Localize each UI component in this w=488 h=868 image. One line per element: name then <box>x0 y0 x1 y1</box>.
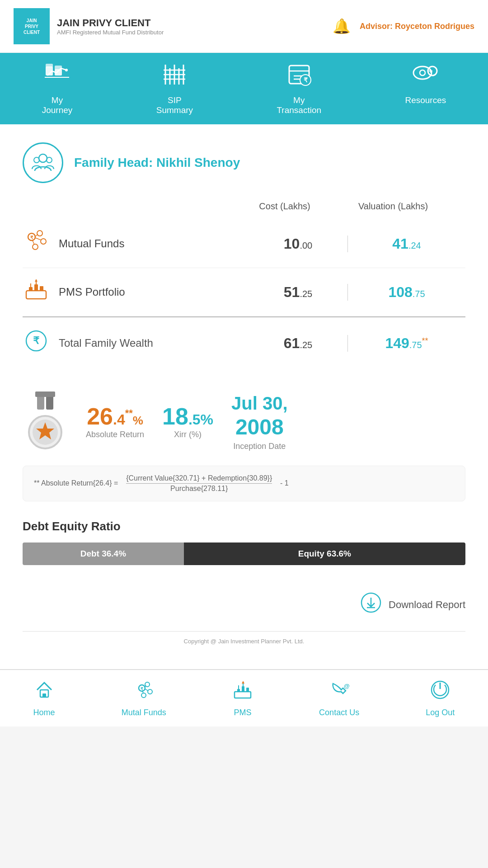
portfolio-header: Cost (Lakhs) Valuation (Lakhs) <box>23 201 465 212</box>
mutual-funds-bottom-label: Mutal Funds <box>122 708 166 717</box>
portfolio-section: Cost (Lakhs) Valuation (Lakhs) ₹ Mutual … <box>23 201 465 369</box>
svg-rect-64 <box>235 692 251 698</box>
total-val: 149.75** <box>348 335 465 352</box>
bottom-nav-mutual-funds[interactable]: ₹ Mutal Funds <box>122 680 166 717</box>
svg-text:₹: ₹ <box>33 335 40 346</box>
mutual-funds-icon: ₹ <box>23 228 59 259</box>
absolute-return-dec: .4 <box>113 411 125 428</box>
svg-rect-36 <box>26 291 46 299</box>
download-icon[interactable] <box>361 592 381 618</box>
svg-rect-37 <box>29 287 33 291</box>
svg-rect-67 <box>246 688 249 692</box>
brand-name: JAIN PRIVY CLIENT <box>57 17 164 29</box>
mutual-funds-row: ₹ Mutual Funds 10.00 41.24 <box>23 220 465 268</box>
bottom-nav-pms[interactable]: PMS <box>233 680 253 717</box>
bottom-nav: Home ₹ Mutal Funds <box>0 669 488 726</box>
medal-icon <box>23 392 68 452</box>
pms-bottom-label: PMS <box>234 708 251 717</box>
formula-prefix: ** Absolute Return{26.4} = <box>34 479 118 487</box>
svg-point-26 <box>34 157 39 163</box>
total-icon: ₹ <box>23 327 59 359</box>
total-cost: 61.25 <box>249 335 348 352</box>
nav-resources[interactable]: Resources <box>405 61 446 115</box>
svg-point-27 <box>47 157 52 163</box>
header-left: JAINPRIVYCLIENT JAIN PRIVY CLIENT AMFI R… <box>14 8 164 44</box>
svg-point-25 <box>39 154 47 162</box>
svg-line-62 <box>145 689 148 691</box>
home-label: Home <box>33 708 55 717</box>
download-text[interactable]: Download Report <box>389 599 465 611</box>
stats-section: 26.4**% Absolute Return 18.5% Xirr (%) J… <box>23 392 465 452</box>
main-content: Family Head: Nikhil Shenoy Cost (Lakhs) … <box>0 124 488 669</box>
mutual-funds-label: Mutual Funds <box>59 237 249 250</box>
svg-rect-47 <box>35 392 55 397</box>
bottom-nav-home[interactable]: Home <box>33 680 55 717</box>
nav-my-transaction[interactable]: ₹ MyTransaction <box>277 61 321 115</box>
total-label: Total Family Wealth <box>59 337 249 349</box>
svg-rect-39 <box>40 286 43 291</box>
copyright: Copyright @ Jain Investment Planner Pvt.… <box>23 631 465 651</box>
svg-rect-38 <box>34 284 38 291</box>
pms-row: PMS Portfolio 51.25 108.75 <box>23 268 465 316</box>
pms-icon <box>23 276 59 308</box>
svg-line-34 <box>35 238 41 240</box>
family-head-section: Family Head: Nikhil Shenoy <box>23 142 465 183</box>
sip-label: SIPSummary <box>156 95 193 115</box>
svg-text:₹: ₹ <box>30 235 33 240</box>
svg-point-30 <box>37 231 42 236</box>
svg-rect-66 <box>242 686 244 692</box>
svg-text:₹: ₹ <box>141 687 143 691</box>
pms-val: 108.75 <box>348 284 465 301</box>
cost-header: Cost (Lakhs) <box>235 201 334 212</box>
absolute-return-block: 26.4**% Absolute Return <box>86 405 144 439</box>
resources-label: Resources <box>405 95 446 105</box>
xirr-block: 18.5% Xirr (%) <box>162 405 213 439</box>
family-icon <box>23 142 63 183</box>
transaction-label: MyTransaction <box>277 95 321 115</box>
header-right: 🔔 Advisor: Royceton Rodrigues <box>333 18 474 35</box>
nav-sip-summary[interactable]: SIPSummary <box>156 61 193 115</box>
xirr-label: Xirr (%) <box>162 430 213 439</box>
absolute-return-suffix: ** <box>125 407 133 418</box>
pms-label: PMS Portfolio <box>59 286 249 298</box>
svg-rect-1 <box>46 64 53 67</box>
bell-icon[interactable]: 🔔 <box>333 18 351 35</box>
resources-icon <box>410 61 441 92</box>
inception-label: Inception Date <box>231 442 288 451</box>
family-head-name: Nikhil Shenoy <box>156 156 240 170</box>
svg-rect-65 <box>237 689 240 692</box>
svg-point-5 <box>65 69 68 71</box>
inception-month: Jul 30, <box>231 393 288 413</box>
contact-label: Contact Us <box>319 708 359 717</box>
xirr-main: 18 <box>162 403 188 429</box>
pms-bottom-icon <box>233 680 253 704</box>
debt-equity-bar: Debt 36.4% Equity 63.6% <box>23 542 465 565</box>
svg-rect-55 <box>42 693 46 697</box>
bottom-nav-logout[interactable]: Log Out <box>426 680 455 717</box>
logout-icon <box>430 680 450 704</box>
svg-marker-42 <box>35 279 38 282</box>
download-section: Download Report <box>23 592 465 618</box>
svg-text:@: @ <box>344 683 349 689</box>
header: JAINPRIVYCLIENT JAIN PRIVY CLIENT AMFI R… <box>0 0 488 53</box>
formula-numerator: {Current Value{320.71} + Redemption{30.8… <box>126 474 272 484</box>
home-icon <box>34 680 54 704</box>
nav-my-journey[interactable]: MyJourney <box>42 61 73 115</box>
svg-text:₹: ₹ <box>303 76 307 84</box>
mutual-funds-cost: 10.00 <box>249 236 348 252</box>
contact-icon: @ <box>329 680 349 704</box>
equity-bar: Equity 63.6% <box>184 542 465 565</box>
debt-equity-section: Debt Equity Ratio Debt 36.4% Equity 63.6… <box>23 519 465 565</box>
svg-point-60 <box>141 693 146 698</box>
total-row: ₹ Total Family Wealth 61.25 149.75** <box>23 316 465 369</box>
transaction-icon: ₹ <box>286 61 313 92</box>
family-head-text: Family Head: Nikhil Shenoy <box>74 156 240 170</box>
bottom-nav-contact[interactable]: @ Contact Us <box>319 680 359 717</box>
svg-line-35 <box>33 241 34 245</box>
debt-bar: Debt 36.4% <box>23 542 184 565</box>
svg-point-59 <box>148 689 152 694</box>
absolute-return-label: Absolute Return <box>86 430 144 439</box>
formula-fraction: {Current Value{320.71} + Redemption{30.8… <box>126 474 272 493</box>
val-header: Valuation (Lakhs) <box>334 201 452 212</box>
svg-point-31 <box>41 239 46 244</box>
